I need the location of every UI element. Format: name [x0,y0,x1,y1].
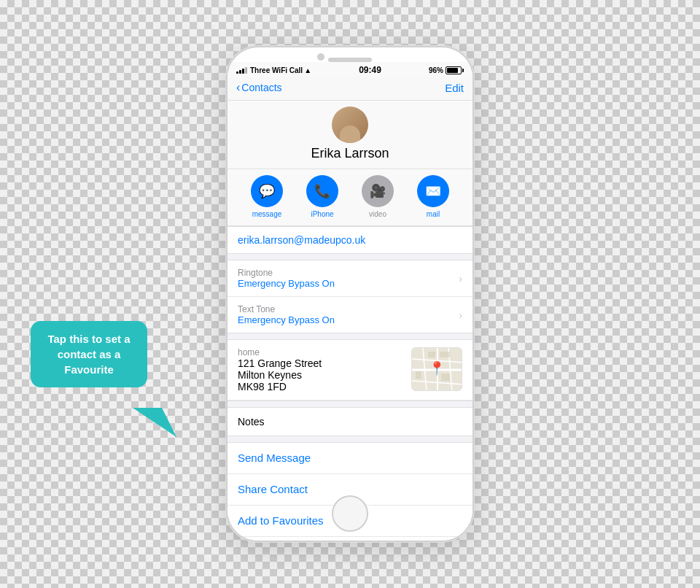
battery-fill [447,68,458,73]
phone-top-bar [228,47,472,62]
address-row[interactable]: home 121 Grange Street Milton Keynes MK9… [228,340,472,401]
speaker [328,58,372,62]
send-message-row[interactable]: Send Message [228,443,472,474]
address-line-3: MK98 1FD [238,381,322,392]
message-icon: 💬 [251,175,283,207]
phone-screen: Three WiFi Call ▲ 09:49 96% ‹ Contacts E… [228,62,472,541]
address-label: home [238,347,322,357]
notes-label: Notes [238,416,265,428]
texttone-chevron-icon: › [459,309,462,321]
phone-shell: Three WiFi Call ▲ 09:49 96% ‹ Contacts E… [226,46,474,542]
battery-tip [462,69,464,72]
status-time: 09:49 [359,65,381,75]
notes-row[interactable]: Notes [228,408,472,436]
contact-header: Erika Larrson [228,101,472,169]
address-line-1: 121 Grange Street [238,357,322,369]
contact-name: Erika Larrson [311,146,389,161]
edit-button[interactable]: Edit [445,82,464,94]
signal-bar-3 [242,69,244,74]
notes-section: Notes [228,407,472,436]
ringtone-content: Ringtone Emergency Bypass On [238,268,459,289]
mail-action[interactable]: ✉️ mail [417,175,449,218]
battery-pct: 96% [429,66,443,74]
signal-bar-1 [236,71,238,74]
home-button[interactable] [332,495,368,532]
add-to-favourites-label: Add to Favourites [238,514,324,527]
status-left: Three WiFi Call ▲ [236,66,311,74]
phone-label: iPhone [311,210,333,218]
address-line-2: Milton Keynes [238,369,322,381]
email-value: erika.larrson@madeupco.uk [238,234,365,246]
power-btn [472,150,474,193]
mail-icon: ✉️ [417,175,449,207]
phone-icon: 📞 [306,175,338,207]
ringtone-value: Emergency Bypass On [238,278,459,289]
texttone-value: Emergency Bypass On [238,314,459,325]
back-label: Contacts [241,82,281,93]
front-camera [317,53,324,61]
address-content: home 121 Grange Street Milton Keynes MK9… [238,347,322,392]
phone-action[interactable]: 📞 iPhone [306,175,338,218]
send-message-label: Send Message [238,452,311,464]
tones-section: Ringtone Emergency Bypass On › Text Tone… [228,260,472,333]
share-contact-label: Share Contact [238,483,308,495]
message-label: message [252,210,282,218]
svg-rect-10 [416,371,421,379]
video-action[interactable]: 🎥 video [362,175,394,218]
avatar [332,107,368,143]
texttone-row[interactable]: Text Tone Emergency Bypass On › [228,297,472,333]
content-area: erika.larrson@madeupco.uk Ringtone Emerg… [228,226,472,541]
email-row[interactable]: erika.larrson@madeupco.uk [228,227,472,253]
mail-label: mail [427,210,440,218]
volume-down-btn [226,148,228,185]
message-action[interactable]: 💬 message [251,175,283,218]
video-icon: 🎥 [362,175,394,207]
map-thumbnail[interactable]: 📍 [411,347,462,391]
share-location-row[interactable]: Share My Location [228,537,472,541]
address-section: home 121 Grange Street Milton Keynes MK9… [228,339,472,401]
status-right: 96% [429,66,464,74]
map-pin-icon: 📍 [429,360,445,376]
callout-text: Tap this to set a contact as a Favourite [47,333,130,376]
battery-icon [446,66,464,74]
nav-bar: ‹ Contacts Edit [228,77,472,101]
battery-body [446,66,462,74]
action-buttons-row: 💬 message 📞 iPhone 🎥 video ✉️ mail [228,169,472,226]
back-chevron-icon: ‹ [236,81,240,94]
svg-rect-8 [428,352,435,357]
signal-bar-4 [245,67,247,74]
carrier-label: Three WiFi Call [250,66,303,74]
signal-bars [236,66,247,74]
ringtone-label: Ringtone [238,268,459,278]
status-bar: Three WiFi Call ▲ 09:49 96% [228,62,472,77]
back-button[interactable]: ‹ Contacts [236,81,282,94]
texttone-content: Text Tone Emergency Bypass On [238,304,459,325]
svg-rect-9 [440,352,450,357]
callout-bubble: Tap this to set a contact as a Favourite [31,321,147,387]
ringtone-chevron-icon: › [459,273,462,285]
side-button-right [472,150,474,193]
svg-marker-0 [133,408,176,437]
side-buttons-left [226,120,228,185]
signal-bar-2 [239,70,241,74]
video-label: video [369,210,386,218]
texttone-label: Text Tone [238,304,459,314]
callout-box: Tap this to set a contact as a Favourite [31,321,147,387]
wifi-icon: ▲ [304,66,311,74]
email-section: erika.larrson@madeupco.uk [228,226,472,254]
ringtone-row[interactable]: Ringtone Emergency Bypass On › [228,260,472,297]
volume-up-btn [226,120,228,142]
